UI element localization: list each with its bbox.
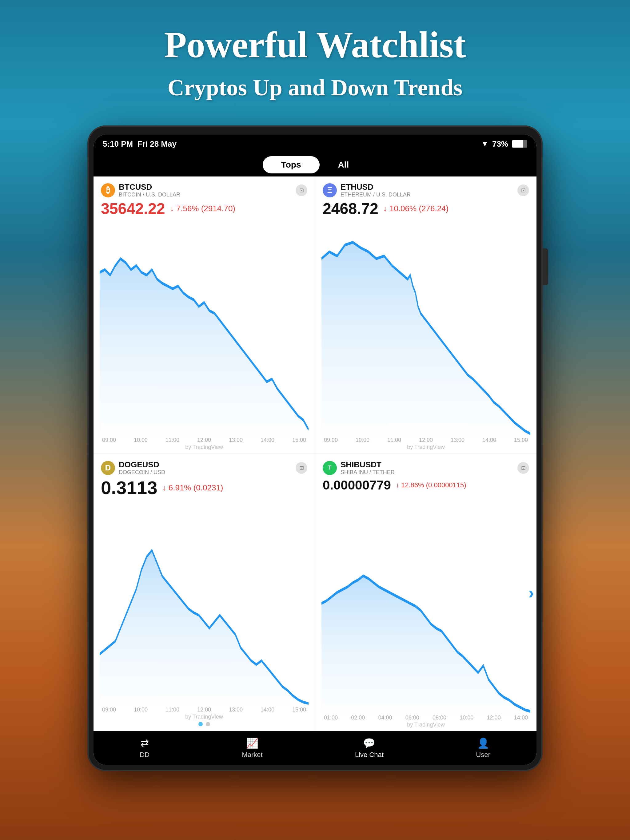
status-time: 5:10 PM Fri 28 May bbox=[103, 139, 177, 149]
dogeusd-names: DOGEUSD DOGECOIN / USD bbox=[119, 460, 165, 476]
btcusd-change: ↓ 7.56% (2914.70) bbox=[170, 204, 235, 213]
shib-icon: T bbox=[323, 461, 337, 475]
dot-inactive bbox=[206, 722, 210, 726]
ethusd-info: Ξ ETHUSD ETHEREUM / U.S. DOLLAR bbox=[323, 183, 411, 198]
ethusd-header: Ξ ETHUSD ETHEREUM / U.S. DOLLAR ⊡ bbox=[323, 183, 529, 198]
btcusd-menu[interactable]: ⊡ bbox=[296, 185, 307, 196]
status-right: ▼ 73% bbox=[481, 139, 527, 149]
shibusdt-price: 0.00000779 bbox=[323, 479, 391, 492]
battery-icon bbox=[512, 140, 527, 148]
shibusdt-info: T SHIBUSDT SHIBA INU / TETHER bbox=[323, 460, 395, 476]
shibusdt-header: T SHIBUSDT SHIBA INU / TETHER ⊡ bbox=[323, 460, 529, 476]
nav-livechat-label: Live Chat bbox=[355, 751, 384, 759]
tab-all[interactable]: All bbox=[320, 156, 367, 174]
dot-active bbox=[198, 722, 203, 726]
btcusd-pair: BITCOIN / U.S. DOLLAR bbox=[119, 191, 180, 198]
ethusd-change: ↓ 10.06% (276.24) bbox=[383, 204, 448, 213]
dogeusd-chart bbox=[100, 498, 309, 706]
nav-market[interactable]: 📈 Market bbox=[242, 737, 263, 759]
market-icon: 📈 bbox=[246, 737, 258, 749]
shibusdt-price-row: 0.00000779 ↓ 12.86% (0.00000115) bbox=[323, 479, 529, 492]
pagination-dots bbox=[101, 720, 307, 728]
ethusd-price-row: 2468.72 ↓ 10.06% (276.24) bbox=[323, 201, 529, 216]
hero-subtitle: Cryptos Up and Down Trends bbox=[168, 74, 463, 101]
status-bar: 5:10 PM Fri 28 May ▼ 73% bbox=[93, 135, 537, 153]
crypto-grid: ₿ BTCUSD BITCOIN / U.S. DOLLAR ⊡ 35642.2… bbox=[93, 177, 537, 731]
btcusd-chart bbox=[100, 218, 309, 436]
bottom-nav: ⇄ DD 📈 Market 💬 Live Chat 👤 User bbox=[93, 731, 537, 765]
btcusd-info: ₿ BTCUSD BITCOIN / U.S. DOLLAR bbox=[101, 183, 180, 198]
shibusdt-chart bbox=[321, 493, 530, 714]
nav-market-label: Market bbox=[242, 751, 263, 759]
btcusd-symbol: BTCUSD bbox=[119, 183, 180, 191]
dogeusd-header: D DOGEUSD DOGECOIN / USD ⊡ bbox=[101, 460, 307, 476]
btcusd-price: 35642.22 bbox=[101, 201, 165, 216]
nav-dd[interactable]: ⇄ DD bbox=[140, 737, 149, 759]
battery-percent: 73% bbox=[492, 139, 508, 149]
shibusdt-card[interactable]: › T SHIBUSDT SHIBA INU / TETHER ⊡ 0.0000… bbox=[315, 454, 537, 731]
btcusd-time-labels: 09:0010:0011:0012:0013:0014:0015:00 bbox=[101, 437, 307, 444]
tab-tops[interactable]: Tops bbox=[263, 156, 320, 174]
chevron-right-icon[interactable]: › bbox=[529, 583, 534, 603]
dd-icon: ⇄ bbox=[141, 737, 149, 749]
livechat-icon: 💬 bbox=[363, 737, 375, 749]
nav-dd-label: DD bbox=[140, 751, 149, 759]
shibusdt-change: ↓ 12.86% (0.00000115) bbox=[396, 481, 466, 489]
btcusd-price-row: 35642.22 ↓ 7.56% (2914.70) bbox=[101, 201, 307, 216]
shibusdt-names: SHIBUSDT SHIBA INU / TETHER bbox=[340, 460, 395, 476]
nav-user-label: User bbox=[476, 751, 490, 759]
ethusd-chart bbox=[321, 218, 530, 436]
tablet-frame: 5:10 PM Fri 28 May ▼ 73% Tops All ₿ bbox=[87, 125, 543, 771]
btcusd-attribution: by TradingView bbox=[101, 444, 307, 450]
ethusd-symbol: ETHUSD bbox=[340, 183, 411, 191]
dogeusd-price: 0.3113 bbox=[101, 479, 157, 497]
dogeusd-attribution: by TradingView bbox=[101, 714, 307, 720]
ethusd-time-labels: 09:0010:0011:0012:0013:0014:0015:00 bbox=[323, 437, 529, 444]
ethusd-names: ETHUSD ETHEREUM / U.S. DOLLAR bbox=[340, 183, 411, 198]
doge-icon: D bbox=[101, 461, 115, 475]
dogeusd-card[interactable]: D DOGEUSD DOGECOIN / USD ⊡ 0.3113 ↓ 6.91… bbox=[93, 454, 315, 731]
dogeusd-menu[interactable]: ⊡ bbox=[296, 462, 307, 474]
shibusdt-time-labels: 01:0002:0004:0006:0008:0010:0012:0014:00 bbox=[323, 715, 529, 721]
eth-icon: Ξ bbox=[323, 183, 337, 197]
shibusdt-pair: SHIBA INU / TETHER bbox=[340, 469, 395, 476]
wifi-icon: ▼ bbox=[481, 140, 489, 148]
user-icon: 👤 bbox=[477, 737, 489, 749]
btcusd-header: ₿ BTCUSD BITCOIN / U.S. DOLLAR ⊡ bbox=[101, 183, 307, 198]
tab-bar: Tops All bbox=[93, 153, 537, 177]
ethusd-menu[interactable]: ⊡ bbox=[518, 185, 529, 196]
nav-user[interactable]: 👤 User bbox=[476, 737, 490, 759]
ethusd-attribution: by TradingView bbox=[323, 444, 529, 450]
btc-icon: ₿ bbox=[101, 183, 115, 197]
shibusdt-attribution: by TradingView bbox=[323, 722, 529, 728]
dogeusd-price-row: 0.3113 ↓ 6.91% (0.0231) bbox=[101, 479, 307, 497]
nav-livechat[interactable]: 💬 Live Chat bbox=[355, 737, 384, 759]
hero-title: Powerful Watchlist bbox=[164, 25, 466, 65]
shibusdt-symbol: SHIBUSDT bbox=[340, 460, 395, 469]
dogeusd-pair: DOGECOIN / USD bbox=[119, 469, 165, 476]
screen: 5:10 PM Fri 28 May ▼ 73% Tops All ₿ bbox=[93, 135, 537, 765]
btcusd-card[interactable]: ₿ BTCUSD BITCOIN / U.S. DOLLAR ⊡ 35642.2… bbox=[93, 177, 315, 453]
ethusd-card[interactable]: Ξ ETHUSD ETHEREUM / U.S. DOLLAR ⊡ 2468.7… bbox=[315, 177, 537, 453]
shibusdt-menu[interactable]: ⊡ bbox=[518, 462, 529, 474]
ethusd-price: 2468.72 bbox=[323, 201, 378, 216]
dogeusd-symbol: DOGEUSD bbox=[119, 460, 165, 469]
dogeusd-change: ↓ 6.91% (0.0231) bbox=[162, 483, 223, 493]
dogeusd-info: D DOGEUSD DOGECOIN / USD bbox=[101, 460, 165, 476]
ethusd-pair: ETHEREUM / U.S. DOLLAR bbox=[340, 191, 411, 198]
dogeusd-time-labels: 09:0010:0011:0012:0013:0014:0015:00 bbox=[101, 707, 307, 713]
btcusd-names: BTCUSD BITCOIN / U.S. DOLLAR bbox=[119, 183, 180, 198]
